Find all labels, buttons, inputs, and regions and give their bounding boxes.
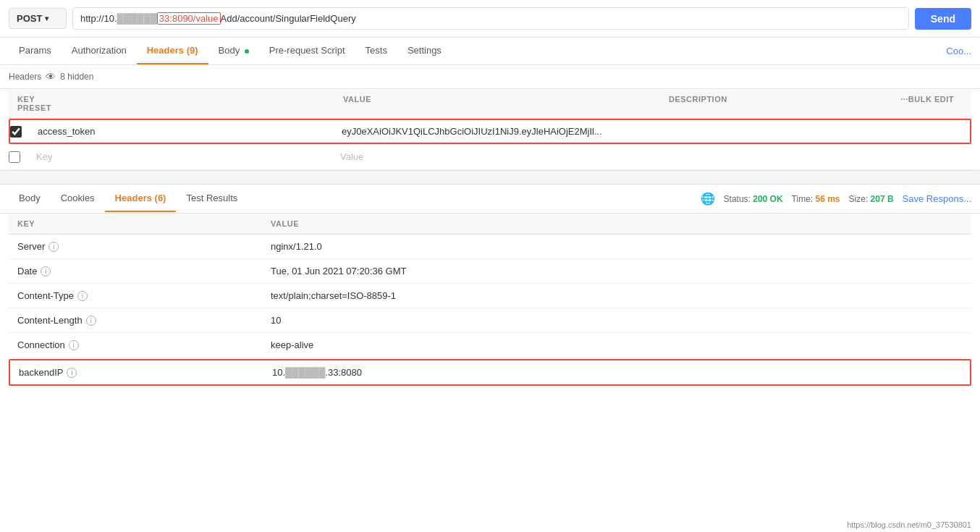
response-table-row: Connection i keep-alive <box>9 333 971 358</box>
tab-response-headers-label: Headers <box>115 193 152 203</box>
time-label: Time: 56 ms <box>792 194 840 204</box>
resp-value-content-type: text/plain;charset=ISO-8859-1 <box>271 290 963 301</box>
tab-pre-request[interactable]: Pre-request Script <box>259 38 355 64</box>
url-highlighted: 33:8090/value <box>157 12 221 25</box>
method-label: POST <box>17 13 42 24</box>
col-value-label: VALUE <box>343 95 669 104</box>
tab-headers-badge: (9) <box>187 45 198 56</box>
table-row: Key Value <box>9 144 971 170</box>
tab-response-headers[interactable]: Headers (6) <box>105 185 177 212</box>
bulk-edit-button[interactable]: Bulk Edit <box>908 95 954 104</box>
table-row: access_token eyJ0eXAiOiJKV1QiLCJhbGciOiJ… <box>9 119 971 144</box>
row-checkbox[interactable] <box>9 151 20 163</box>
save-response-button[interactable]: Save Respons... <box>903 193 971 204</box>
tab-headers-label: Headers <box>147 45 184 56</box>
hidden-count: 8 hidden <box>60 72 93 82</box>
status-value: 200 OK <box>753 194 782 204</box>
url-bar: POST ▾ http://10.██████33:8090/valueAdd/… <box>0 0 980 38</box>
resp-col-key: KEY <box>17 219 271 228</box>
row-checkbox[interactable] <box>10 126 22 138</box>
status-label: Status: 200 OK <box>724 194 783 204</box>
tab-body[interactable]: Body <box>208 38 259 64</box>
row-key-placeholder[interactable]: Key <box>30 148 334 165</box>
response-table-row: Date i Tue, 01 Jun 2021 07:20:36 GMT <box>9 259 971 284</box>
tab-settings[interactable]: Settings <box>397 38 452 64</box>
info-icon[interactable]: i <box>69 340 79 350</box>
response-table-row: backendIP i 10.██████.33:8080 <box>9 359 971 386</box>
tab-authorization[interactable]: Authorization <box>62 38 137 64</box>
resp-value-date: Tue, 01 Jun 2021 07:20:36 GMT <box>271 266 963 276</box>
tab-response-headers-badge: (6) <box>155 193 166 203</box>
info-icon[interactable]: i <box>77 291 88 301</box>
col-description-label: DESCRIPTION <box>669 95 900 104</box>
info-icon[interactable]: i <box>41 266 51 276</box>
row-key[interactable]: access_token <box>32 123 336 140</box>
info-icon[interactable]: i <box>67 368 77 378</box>
body-dot-icon <box>245 49 249 54</box>
resp-key-date: Date i <box>17 266 271 276</box>
method-select[interactable]: POST ▾ <box>9 8 67 29</box>
chevron-down-icon: ▾ <box>45 14 48 22</box>
tab-headers[interactable]: Headers (9) <box>137 38 208 64</box>
response-meta: 🌐 Status: 200 OK Time: 56 ms Size: 207 B… <box>701 185 971 213</box>
tab-response-body[interactable]: Body <box>9 185 51 212</box>
section-divider <box>0 170 980 185</box>
response-table-row: Content-Type i text/plain;charset=ISO-88… <box>9 284 971 308</box>
resp-value-connection: keep-alive <box>271 339 963 350</box>
tab-tests[interactable]: Tests <box>355 38 397 64</box>
resp-key-content-type: Content-Type i <box>17 290 271 301</box>
headers-section: Headers 👁 8 hidden <box>0 65 980 89</box>
tab-response-cookies[interactable]: Cookies <box>51 185 105 212</box>
resp-key-connection: Connection i <box>17 339 271 350</box>
col-key-label: KEY <box>17 95 343 104</box>
request-headers-table: KEY VALUE DESCRIPTION ··· Bulk Edit Pres… <box>0 89 980 170</box>
headers-label: Headers <box>9 72 41 82</box>
response-table-row: Content-Length i 10 <box>9 308 971 333</box>
url-suffix: Add/account/SingularFieldQuery <box>221 13 356 24</box>
resp-key-server: Server i <box>17 241 271 252</box>
response-tabs: Body Cookies Headers (6) Test Results 🌐 … <box>0 185 980 214</box>
resp-key-backendip: backendIP i <box>19 367 272 378</box>
resp-col-value: VALUE <box>271 219 963 228</box>
resp-value-content-length: 10 <box>271 315 963 326</box>
tab-params[interactable]: Params <box>9 38 62 64</box>
cookies-link[interactable]: Coo... <box>946 38 971 64</box>
preset-button[interactable]: Preset <box>17 104 343 112</box>
send-button[interactable]: Send <box>915 8 971 30</box>
info-icon[interactable]: i <box>86 316 96 326</box>
tab-test-results[interactable]: Test Results <box>176 185 248 212</box>
resp-value-backendip: 10.██████.33:8080 <box>272 367 961 378</box>
globe-icon: 🌐 <box>701 192 715 206</box>
response-table-row: Server i nginx/1.21.0 <box>9 235 971 259</box>
response-headers-table: KEY VALUE Server i nginx/1.21.0 Date i T… <box>0 214 980 386</box>
eye-icon: 👁 <box>46 71 56 83</box>
request-tabs: Params Authorization Headers (9) Body Pr… <box>0 38 980 65</box>
info-icon[interactable]: i <box>48 242 59 252</box>
resp-value-server: nginx/1.21.0 <box>271 241 963 252</box>
response-table-header: KEY VALUE <box>9 214 971 235</box>
tab-body-label: Body <box>219 45 240 56</box>
resp-key-content-length: Content-Length i <box>17 315 271 326</box>
table-header-row: KEY VALUE DESCRIPTION ··· Bulk Edit Pres… <box>9 89 971 119</box>
size-label: Size: 207 B <box>849 194 894 204</box>
size-value: 207 B <box>871 194 894 204</box>
col-more-icon[interactable]: ··· <box>900 95 908 104</box>
row-value-placeholder[interactable]: Value <box>334 148 660 165</box>
row-value[interactable]: eyJ0eXAiOiJKV1QiLCJhbGciOiJIUzI1NiJ9.eyJ… <box>336 123 662 140</box>
time-value: 56 ms <box>816 194 840 204</box>
url-prefix: http://10.██████ <box>80 13 157 24</box>
url-display[interactable]: http://10.██████33:8090/valueAdd/account… <box>72 7 909 30</box>
